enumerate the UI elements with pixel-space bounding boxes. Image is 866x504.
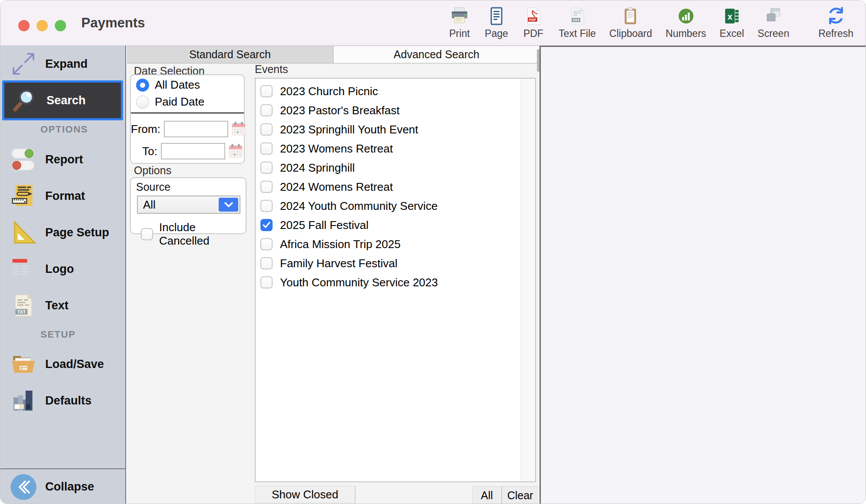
event-row: 2025 Fall Festival — [256, 216, 521, 235]
source-selected-value: All — [143, 198, 156, 212]
sidebar-item-expand[interactable]: Expand — [0, 46, 125, 82]
app-window: Payments Print Page PDF PDF — [0, 0, 866, 504]
event-label: 2023 Springhill Youth Event — [280, 123, 418, 136]
sidebar-item-defaults[interactable]: Defaults — [0, 382, 125, 419]
text-file-icon: TXT — [568, 5, 587, 26]
toolbar-clipboard-button[interactable]: Clipboard — [610, 5, 652, 40]
event-checkbox[interactable] — [260, 85, 273, 97]
radio-label: All Dates — [155, 78, 200, 92]
toolbar-print-button[interactable]: Print — [448, 5, 471, 40]
sidebar-item-logo[interactable]: Logo — [0, 251, 125, 287]
date-panel-divider — [131, 113, 244, 113]
include-cancelled-row: Include Cancelled — [141, 221, 246, 248]
event-checkbox[interactable] — [260, 276, 273, 288]
sidebar-item-label: Logo — [45, 262, 74, 276]
collapse-icon — [9, 474, 38, 501]
toolbar-numbers-button[interactable]: Numbers — [666, 5, 706, 40]
event-checkbox[interactable] — [260, 257, 273, 269]
toolbar-excel-button[interactable]: x Excel — [719, 5, 744, 40]
event-checkbox[interactable] — [260, 181, 273, 193]
page-icon — [487, 5, 506, 26]
sidebar-item-report[interactable]: Report — [0, 140, 125, 179]
events-scrollbar-track[interactable] — [521, 79, 535, 481]
event-checkbox[interactable] — [260, 219, 273, 231]
sidebar-item-label: Defaults — [45, 394, 92, 408]
results-pane — [541, 46, 866, 504]
from-date-input[interactable] — [164, 121, 228, 137]
event-checkbox[interactable] — [260, 162, 273, 174]
options-title: Options — [134, 164, 171, 177]
toolbar-label: Refresh — [818, 28, 853, 40]
close-button[interactable] — [18, 20, 30, 31]
select-all-button[interactable]: All — [473, 487, 501, 504]
sidebar-item-text[interactable]: TXT Text — [0, 287, 125, 324]
radio-paid-date[interactable] — [136, 96, 149, 109]
to-date-input[interactable] — [161, 143, 225, 159]
event-checkbox[interactable] — [260, 123, 273, 136]
expand-icon — [9, 51, 38, 76]
event-row: 2023 Pastor's Breakfast — [256, 101, 521, 120]
tab-bar: Standard Search Advanced Search — [127, 46, 540, 63]
event-label: Family Harvest Festival — [280, 257, 397, 270]
sidebar-item-collapse[interactable]: Collapse — [0, 469, 125, 504]
event-checkbox[interactable] — [260, 104, 273, 116]
toolbar-refresh-button[interactable]: Refresh — [818, 5, 853, 40]
svg-text:PDF: PDF — [529, 18, 536, 22]
radio-all-dates[interactable] — [136, 79, 149, 92]
event-checkbox[interactable] — [260, 238, 273, 250]
excel-icon: x — [722, 5, 741, 26]
tab-standard-search[interactable]: Standard Search — [127, 46, 333, 63]
txt-file-icon: TXT — [9, 293, 38, 318]
main-area: Expand Search OPTIONS Report Format — [0, 46, 866, 504]
include-cancelled-checkbox[interactable] — [141, 228, 153, 240]
event-label: Youth Community Service 2023 — [280, 276, 438, 289]
from-calendar-button[interactable] — [230, 120, 247, 138]
event-row: 2024 Springhill — [256, 158, 521, 177]
toolbar-screen-button[interactable]: Screen — [758, 5, 789, 40]
event-label: 2024 Womens Retreat — [280, 180, 393, 194]
sidebar-item-page-setup[interactable]: Page Setup — [0, 214, 125, 251]
page-title: Payments — [81, 15, 145, 31]
event-row: Family Harvest Festival — [256, 254, 521, 273]
toolbar-label: Numbers — [666, 28, 706, 40]
event-row: 2023 Springhill Youth Event — [256, 120, 521, 139]
show-closed-button[interactable]: Show Closed — [255, 486, 356, 503]
source-label: Source — [136, 181, 246, 193]
to-label: To: — [131, 145, 157, 158]
event-label: 2023 Church Picnic — [280, 85, 378, 98]
event-checkbox[interactable] — [260, 200, 273, 212]
sidebar-item-label: Collapse — [45, 480, 94, 494]
window-controls — [18, 20, 66, 31]
svg-text:x: x — [728, 12, 733, 21]
source-select[interactable]: All — [137, 196, 240, 214]
search-icon — [10, 87, 39, 113]
minimize-button[interactable] — [37, 20, 48, 31]
to-calendar-button[interactable] — [227, 142, 244, 160]
toolbar-label: Screen — [758, 28, 789, 40]
logo-icon — [9, 256, 38, 282]
event-label: 2024 Springhill — [280, 161, 355, 175]
refresh-icon — [826, 5, 846, 26]
sidebar-section-setup: SETUP — [40, 329, 76, 340]
toolbar-pdf-button[interactable]: PDF PDF — [522, 5, 545, 40]
from-date-row: From: — [131, 120, 244, 138]
options-panel: Source All Include Cancelled — [130, 177, 246, 234]
radio-row-paid-date: Paid Date — [131, 93, 244, 110]
zoom-button[interactable] — [55, 20, 66, 31]
event-checkbox[interactable] — [260, 143, 273, 155]
include-cancelled-label: Include Cancelled — [159, 221, 246, 248]
set-square-icon — [9, 220, 38, 245]
clear-selection-button[interactable]: Clear — [501, 487, 538, 504]
sidebar-item-format[interactable]: Format — [0, 178, 125, 214]
toolbar-text-file-button[interactable]: TXT Text File — [559, 5, 596, 40]
toolbar-label: Page — [485, 28, 508, 40]
toolbar: Print Page PDF PDF TXT Text File — [448, 5, 853, 40]
format-icon — [9, 183, 38, 209]
sidebar-item-load-save[interactable]: Load/Save — [0, 345, 125, 383]
radio-row-all-dates: All Dates — [131, 76, 244, 93]
toolbar-page-button[interactable]: Page — [485, 5, 508, 40]
events-list: 2023 Church Picnic 2023 Pastor's Breakfa… — [255, 78, 536, 482]
tab-advanced-search[interactable]: Advanced Search — [333, 46, 540, 63]
sidebar-item-search[interactable]: Search — [2, 80, 123, 120]
event-label: Africa Mission Trip 2025 — [280, 238, 400, 251]
